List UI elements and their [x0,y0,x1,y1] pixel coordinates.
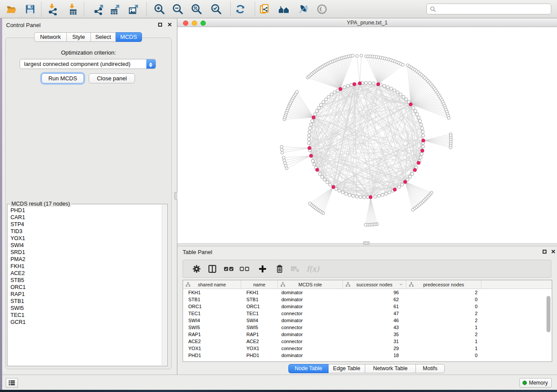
mcds-result-item[interactable]: SWI5 [8,305,162,312]
table-cell: 61 [343,303,406,310]
column-header-name[interactable]: name [241,280,278,289]
float-panel-icon[interactable] [543,250,547,254]
table-toolbar: f(x) [183,260,551,278]
table-scrollbar-thumb[interactable] [547,296,550,332]
table-row[interactable]: ACE2ACE2connector311 [183,338,552,345]
mcds-result-item[interactable]: FKH1 [8,263,162,270]
tab-network[interactable]: Network [34,32,67,42]
mcds-result-group: MCDS result (17 nodes) PHD1CAR1STP4TID3Y… [7,204,168,366]
tab-select[interactable]: Select [91,32,116,42]
tab-style[interactable]: Style [67,32,91,42]
export-web-icon[interactable] [257,2,272,17]
export-image-icon[interactable] [126,2,141,17]
import-network-icon[interactable] [45,2,60,17]
search-input[interactable] [438,6,551,13]
mcds-result-item[interactable]: SWI4 [8,242,162,249]
tab-edge-table[interactable]: Edge Table [329,364,365,373]
table-cell: connector [278,310,343,317]
table-cell: 1 [406,338,481,345]
mcds-result-item[interactable]: SRD1 [8,249,162,256]
network-view[interactable] [177,27,557,244]
table-row[interactable]: TEC1TEC1connector472 [183,310,552,317]
mcds-result-item[interactable]: CAR1 [8,214,162,221]
home-icon[interactable] [277,2,291,17]
save-session-icon[interactable] [23,2,38,17]
table-cell: 47 [343,310,406,317]
table-cell: dominator [278,303,343,310]
mcds-result-item[interactable]: STP4 [8,221,162,228]
network-window-titlebar: YPA_prune.txt_1 [177,18,557,27]
table-row[interactable]: YOX1YOX1connector291 [183,345,552,352]
mcds-result-item[interactable]: YOX1 [8,235,162,242]
table-cell: dominator [278,296,343,303]
mcds-result-item[interactable]: RAP1 [8,291,162,298]
criterion-dropdown[interactable]: largest connected component (undirected) [20,59,156,69]
mcds-result-item[interactable]: PHD1 [8,207,162,214]
table-cell: 1 [406,345,481,352]
deselect-all-icon[interactable] [239,263,250,275]
table-cell: ACE2 [183,338,241,345]
zoom-fit-icon[interactable] [189,2,204,17]
table-row[interactable]: SWI4SWI4dominator462 [183,317,552,324]
mcds-result-item[interactable]: PMA2 [8,256,162,263]
column-header-shared-name[interactable]: shared name [183,280,241,289]
run-mcds-button[interactable]: Run MCDS [42,73,84,83]
tab-motifs[interactable]: Motifs [416,364,445,373]
memory-button[interactable]: Memory [519,378,552,388]
close-panel-icon[interactable]: ✕ [551,249,556,254]
mcds-result-item[interactable]: TEC1 [8,312,162,319]
mcds-result-item[interactable]: STB1 [8,298,162,305]
table-cell: STB1 [241,296,278,303]
table-cell: PHD1 [241,352,278,359]
toolbar-separator [230,2,231,16]
import-table-icon[interactable] [66,2,80,17]
select-all-icon[interactable] [223,263,235,275]
refresh-icon[interactable] [233,2,248,17]
eye-icon[interactable] [315,2,329,17]
horizontal-splitter-handle[interactable] [363,241,370,245]
zoom-in-icon[interactable] [152,2,167,17]
mcds-result-item[interactable]: ACE2 [8,270,162,277]
tab-node-table[interactable]: Node Table [288,364,329,373]
mcds-scrollbar[interactable] [162,205,167,365]
table-row[interactable]: PHD1PHD1dominator180 [183,352,552,359]
memory-button-label: Memory [529,380,548,386]
delete-column-icon[interactable] [274,263,285,275]
mcds-result-item[interactable]: GCR1 [8,319,162,326]
mcds-result-item[interactable]: STB5 [8,277,162,284]
table-cell: connector [278,345,343,352]
column-header-MCDS-role[interactable]: MCDS role [278,280,343,289]
graphics-details-icon[interactable] [296,2,311,17]
table-cell: 2 [406,317,481,324]
criterion-dropdown-value: largest connected component (undirected) [20,59,146,69]
tab-mcds[interactable]: MCDS [116,32,142,42]
table-cell: 1 [406,324,481,331]
mcds-result-item[interactable]: TID3 [8,228,162,235]
table-row[interactable]: FKH1FKH1dominator962 [183,289,552,296]
table-row[interactable]: RAP1RAP1dominator352 [183,331,552,338]
search-icon [430,6,436,12]
node-table: shared namenameMCDS rolesuccessor nodesp… [183,280,552,362]
export-network-icon[interactable] [91,2,106,17]
column-header-successor-nodes[interactable]: successor nodes [343,280,406,289]
table-cell: YOX1 [183,345,241,352]
zoom-out-icon[interactable] [170,2,185,17]
column-header-predecessor-nodes[interactable]: predecessor nodes [406,280,481,289]
mcds-result-item[interactable]: ORC1 [8,284,162,291]
float-panel-icon[interactable] [158,23,162,27]
zoom-selected-icon[interactable] [209,2,224,17]
close-panel-button[interactable]: Close panel [89,73,135,83]
table-row[interactable]: ORC1ORC1dominator610 [183,303,552,310]
create-column-icon[interactable] [257,263,268,275]
task-history-button[interactable] [6,378,18,388]
export-table-icon[interactable] [107,2,122,17]
close-panel-icon[interactable]: ✕ [167,22,172,27]
table-cell: SWI4 [241,317,278,324]
table-settings-gear-icon[interactable] [191,263,202,275]
table-row[interactable]: STB1STB1dominator620 [183,296,552,303]
network-graph [177,27,557,244]
tab-network-table[interactable]: Network Table [365,364,416,373]
table-row[interactable]: SWI5SWI5connector431 [183,324,552,331]
open-file-icon[interactable] [4,2,19,17]
show-columns-icon[interactable] [207,263,218,275]
